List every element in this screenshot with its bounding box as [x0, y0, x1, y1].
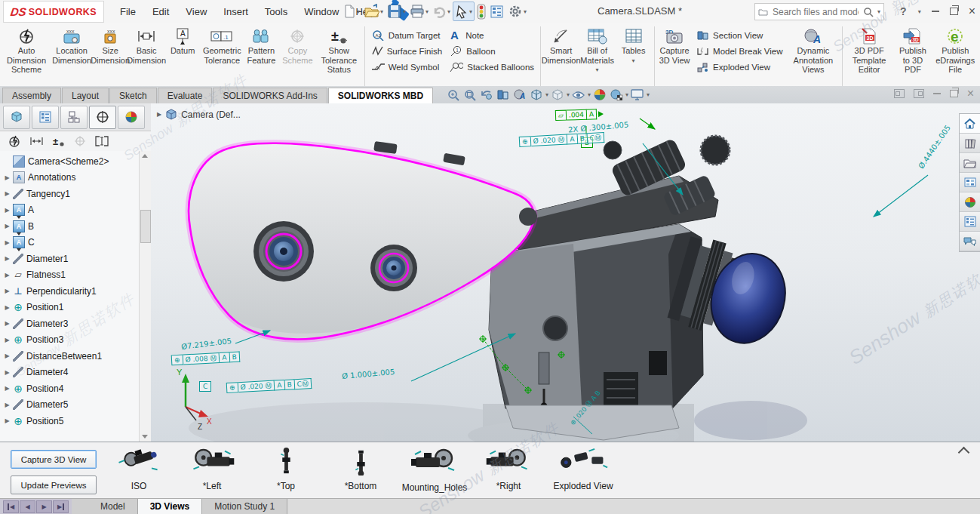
section-view-icon[interactable] [495, 87, 511, 102]
expand-arrow-icon[interactable] [2, 417, 12, 424]
hub-front[interactable] [253, 221, 314, 282]
undo-button[interactable]: ▾ [431, 2, 452, 20]
help-caret-icon[interactable]: ▾ [918, 8, 921, 15]
tab-3d-views[interactable]: 3D Views [138, 499, 202, 514]
last-tab-button[interactable] [53, 500, 69, 513]
expand-arrow-icon[interactable] [2, 385, 12, 392]
collapse-panel-chevron-icon[interactable] [958, 447, 970, 459]
expand-arrow-icon[interactable] [2, 255, 12, 262]
copy-scheme-small-icon[interactable] [72, 134, 88, 149]
datum-c-label[interactable]: C [199, 380, 211, 392]
zoom-to-fit-icon[interactable] [445, 87, 461, 102]
tab-evaluate[interactable]: Evaluate [158, 88, 213, 103]
forum-button[interactable] [960, 232, 980, 251]
pane-right-icon[interactable] [914, 89, 924, 98]
first-tab-button[interactable] [3, 500, 19, 513]
search-input[interactable] [771, 6, 860, 18]
scheme-editor-icon[interactable] [94, 134, 109, 149]
surface-finish-button[interactable]: Surface Finish [371, 45, 443, 57]
view-orientation-icon[interactable] [528, 87, 544, 102]
search-icon[interactable] [863, 7, 874, 17]
auto-dimension-scheme-small-icon[interactable] [7, 134, 22, 149]
capture-3d-view-panel-button[interactable]: Capture 3D View [11, 450, 97, 469]
tab-motion-study-1[interactable]: Motion Study 1 [202, 499, 287, 514]
doc-restore-button[interactable] [950, 90, 958, 97]
section-view-button[interactable]: Section View [696, 29, 782, 42]
edit-appearance-icon[interactable] [591, 87, 607, 102]
exploded-view-button[interactable]: Exploded View [696, 60, 782, 73]
options-list-button[interactable] [488, 2, 505, 20]
zoom-to-area-icon[interactable] [462, 87, 478, 102]
expand-arrow-icon[interactable] [2, 337, 12, 343]
basic-dimension-small-icon[interactable] [29, 134, 44, 149]
menu-view[interactable]: View [177, 6, 215, 17]
expand-arrow-icon[interactable] [2, 369, 12, 376]
breadcrumb[interactable]: ▶ Camera (Def... [157, 109, 241, 120]
property-manager-tab-icon[interactable] [32, 106, 59, 129]
bom-caret-icon[interactable]: ▾ [596, 66, 599, 75]
menu-window[interactable]: Window [296, 6, 347, 17]
tree-item-position1[interactable]: ⊕Position1 [0, 300, 140, 316]
expand-arrow-icon[interactable] [2, 304, 12, 311]
view-settings-caret-icon[interactable]: ▾ [647, 91, 650, 98]
custom-properties-button[interactable] [960, 212, 980, 232]
tables-caret-icon[interactable]: ▾ [632, 57, 635, 66]
save-button[interactable]: ▾ [386, 2, 407, 20]
tree-item-datum-c[interactable]: AC [0, 235, 140, 251]
bill-of-materials-button[interactable]: Bill of Materials ▾ [579, 25, 616, 77]
tree-scrollbar[interactable] [139, 151, 151, 442]
3d-model-canvas[interactable]: Y X Z [151, 103, 980, 442]
dynamic-annotation-views-button[interactable]: A Dynamic Annotation Views [787, 25, 840, 76]
tab-solidworks-mbd[interactable]: SOLIDWORKS MBD [328, 88, 433, 103]
tab-assembly[interactable]: Assembly [2, 88, 61, 103]
tree-item-annotations[interactable]: AAnnotations [0, 170, 140, 186]
tree-root[interactable]: Camera<Scheme2> [0, 153, 140, 170]
publish-to-3d-pdf-button[interactable]: 3D Publish to 3D PDF [893, 25, 932, 76]
expand-arrow-icon[interactable] [2, 239, 12, 246]
show-tolerance-status-small-icon[interactable]: ± [51, 134, 66, 149]
view-thumb-mounting-holes[interactable]: Mounting_Holes [393, 447, 476, 493]
expand-arrow-icon[interactable] [2, 272, 12, 279]
tree-item-datum-a[interactable]: AA [0, 202, 140, 219]
breadcrumb-expand-icon[interactable]: ▶ [157, 111, 161, 118]
geometric-tolerance-button[interactable]: .1 Geometric Tolerance [201, 25, 243, 66]
publish-edrawings-file-button[interactable]: e Publish eDrawings File [932, 25, 978, 76]
next-tab-button[interactable] [36, 500, 52, 513]
view-orientation-caret-icon[interactable]: ▾ [545, 91, 548, 98]
dynamic-annotation-views-icon[interactable]: A [512, 87, 527, 102]
tables-button[interactable]: Tables ▾ [616, 25, 652, 67]
view-thumb-iso[interactable]: ISO [97, 447, 180, 491]
tree-item-position4[interactable]: ⊕Position4 [0, 380, 140, 397]
menu-tools[interactable]: Tools [257, 6, 296, 17]
expand-arrow-icon[interactable] [2, 223, 12, 229]
search-box[interactable]: ▾ [754, 3, 884, 20]
display-style-icon[interactable] [549, 87, 565, 102]
view-thumb-bottom[interactable]: *Bottom [319, 447, 402, 491]
dimxpert-manager-tab-icon[interactable] [89, 106, 116, 129]
3d-pdf-template-editor-button[interactable]: 3D 3D PDF Template Editor [845, 25, 894, 76]
expand-arrow-icon[interactable] [2, 288, 12, 294]
menu-edit[interactable]: Edit [144, 6, 177, 17]
scroll-up-icon[interactable] [142, 154, 148, 158]
design-library-button[interactable] [960, 134, 980, 153]
view-palette-button[interactable] [960, 173, 980, 192]
configuration-manager-tab-icon[interactable] [60, 106, 88, 129]
view-settings-icon[interactable] [629, 87, 645, 102]
home-tab-button[interactable] [960, 114, 980, 134]
basic-dimension-button[interactable]: Basic Dimension [128, 25, 164, 66]
balloon-button[interactable]: 1 Balloon [450, 45, 534, 57]
doc-minimize-button[interactable] [933, 93, 941, 94]
tree-item-datum-b[interactable]: AB [0, 218, 140, 235]
view-thumb-exploded[interactable]: Exploded View [542, 447, 625, 491]
camera-body[interactable] [489, 224, 703, 440]
file-explorer-button[interactable] [960, 153, 980, 173]
minimize-button[interactable] [932, 11, 939, 12]
apply-scene-caret-icon[interactable]: ▾ [625, 91, 628, 98]
graphics-viewport[interactable]: ▶ Camera (Def... [151, 103, 980, 442]
expand-arrow-icon[interactable] [2, 402, 12, 408]
display-manager-tab-icon[interactable] [118, 106, 145, 129]
rebuild-button[interactable] [475, 2, 487, 20]
view-thumb-left[interactable]: *Left [171, 447, 253, 491]
display-style-caret-icon[interactable]: ▾ [567, 91, 570, 98]
previous-view-icon[interactable] [478, 87, 494, 102]
